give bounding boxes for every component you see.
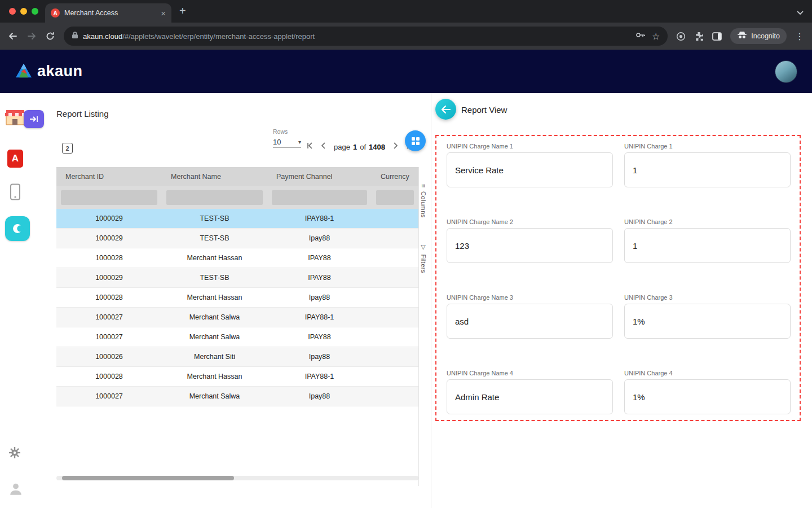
- table-row[interactable]: 1000027 Merchant Salwa IPAY88-1: [56, 308, 418, 327]
- new-tab-button[interactable]: +: [179, 5, 186, 16]
- sidebar-item-storefront[interactable]: [3, 107, 46, 136]
- filter-input-currency[interactable]: [376, 190, 414, 205]
- sidebar-item-mobile[interactable]: [10, 183, 21, 203]
- field-input[interactable]: Admin Rate: [447, 379, 613, 414]
- grid-view-button[interactable]: [405, 130, 426, 151]
- field-value: Admin Rate: [455, 392, 499, 402]
- table-row[interactable]: 1000028 Merchant Hassan Ipay88: [56, 288, 418, 308]
- page-indicator: page 1 of 1408: [334, 143, 385, 151]
- filter-funnel-icon: ▽: [420, 243, 427, 251]
- brand-logo[interactable]: akaun: [15, 63, 83, 81]
- cell-merchant-id: 1000026: [56, 353, 162, 361]
- back-to-listing-button[interactable]: [435, 99, 456, 120]
- field-input[interactable]: 1: [624, 152, 791, 187]
- gear-icon: [8, 446, 21, 459]
- page-total: 1408: [369, 143, 385, 151]
- column-header-payment-channel[interactable]: Payment Channel: [267, 173, 372, 181]
- forward-icon[interactable]: [27, 31, 37, 41]
- rows-per-page-select[interactable]: Rows 10 ▾: [273, 128, 301, 148]
- tab-columns[interactable]: ≡Columns: [420, 184, 427, 218]
- cell-merchant-id: 1000028: [56, 373, 162, 380]
- filter-input-merchant-id[interactable]: [61, 190, 157, 205]
- first-page-icon[interactable]: [306, 142, 314, 152]
- field-label: UNIPIN Charge 2: [624, 218, 791, 225]
- filter-2-icon[interactable]: 2: [62, 143, 73, 154]
- scrollbar-thumb[interactable]: [62, 476, 234, 480]
- browser-tab[interactable]: A Merchant Access ×: [45, 3, 171, 23]
- browser-toolbar: akaun.cloud/#/applets/wavelet/erp/entity…: [0, 23, 812, 50]
- browser-menu-icon[interactable]: ⋮: [795, 31, 804, 42]
- table-row[interactable]: 1000027 Merchant Salwa IPAY88: [56, 327, 418, 347]
- table-filter-row: [56, 186, 418, 209]
- incognito-badge: Incognito: [730, 28, 787, 44]
- user-avatar[interactable]: [775, 60, 797, 83]
- sidebar-item-settings[interactable]: [8, 446, 21, 462]
- columns-icon: ≡: [420, 184, 427, 188]
- field-input[interactable]: Service Rate: [447, 152, 613, 187]
- table-row[interactable]: 1000028 Merchant Hassan IPAY88-1: [56, 367, 418, 387]
- column-header-merchant-id[interactable]: Merchant ID: [56, 173, 162, 181]
- field-unipin-charge-3: UNIPIN Charge 3 1%: [624, 294, 791, 339]
- prev-page-icon[interactable]: [320, 142, 328, 152]
- table-row[interactable]: 1000027 Merchant Salwa Ipay88: [56, 387, 418, 406]
- reload-icon[interactable]: [45, 31, 55, 41]
- cell-merchant-name: TEST-SB: [162, 234, 267, 242]
- table-row[interactable]: 1000029 TEST-SB IPAY88-1: [56, 209, 418, 229]
- tab-title: Merchant Access: [64, 9, 156, 17]
- tab-filters[interactable]: ▽Filters: [420, 243, 427, 273]
- cell-payment-channel: Ipay88: [267, 234, 372, 242]
- chevron-down-icon: ▾: [298, 139, 301, 145]
- cell-merchant-name: Merchant Siti: [162, 353, 267, 361]
- cell-merchant-id: 1000027: [56, 333, 162, 341]
- window-close-button[interactable]: [9, 8, 16, 15]
- window-zoom-button[interactable]: [32, 8, 38, 15]
- cell-merchant-id: 1000027: [56, 392, 162, 400]
- field-value: 1%: [633, 392, 645, 402]
- main-content: A Report Listing 2 Rows 10 ▾: [0, 93, 812, 508]
- field-label: UNIPIN Charge 4: [624, 370, 791, 376]
- filter-2-count: 2: [65, 145, 69, 152]
- record-target-icon[interactable]: [676, 32, 686, 41]
- app-header: akaun: [0, 50, 812, 93]
- table-row[interactable]: 1000029 TEST-SB IPAY88: [56, 268, 418, 288]
- cell-merchant-name: TEST-SB: [162, 214, 267, 222]
- sidebar-item-pdf[interactable]: A: [7, 150, 23, 168]
- address-bar[interactable]: akaun.cloud/#/applets/wavelet/erp/entity…: [64, 27, 668, 46]
- tab-close-icon[interactable]: ×: [161, 9, 166, 17]
- extensions-puzzle-icon[interactable]: [694, 32, 704, 41]
- filter-input-merchant-name[interactable]: [166, 190, 263, 205]
- cell-merchant-name: Merchant Hassan: [162, 373, 267, 380]
- page-of-label: of: [360, 143, 366, 151]
- cell-payment-channel: IPAY88-1: [267, 214, 372, 222]
- field-input[interactable]: 1: [624, 228, 791, 263]
- field-label: UNIPIN Charge Name 3: [447, 294, 613, 301]
- bookmark-star-icon[interactable]: ☆: [652, 31, 660, 42]
- cell-merchant-name: Merchant Salwa: [162, 392, 267, 400]
- sidebar-item-profile[interactable]: [8, 481, 23, 498]
- horizontal-scrollbar[interactable]: [56, 476, 418, 480]
- field-input[interactable]: 1%: [624, 304, 791, 339]
- next-page-icon[interactable]: [391, 142, 399, 152]
- lock-icon: [72, 31, 78, 41]
- side-panel-icon[interactable]: [712, 32, 722, 41]
- table-row[interactable]: 1000026 Merchant Siti Ipay88: [56, 347, 418, 367]
- filter-input-payment-channel[interactable]: [272, 190, 367, 205]
- field-input[interactable]: 123: [447, 228, 613, 263]
- person-icon: [8, 481, 23, 496]
- column-header-currency[interactable]: Currency: [372, 173, 418, 181]
- field-unipin-charge-name-2: UNIPIN Charge Name 2 123: [447, 218, 613, 263]
- field-value: asd: [455, 317, 469, 326]
- field-input[interactable]: asd: [447, 304, 613, 339]
- window-minimize-button[interactable]: [20, 8, 27, 15]
- tab-search-chevron-icon[interactable]: [796, 8, 804, 18]
- column-header-merchant-name[interactable]: Merchant Name: [162, 173, 267, 181]
- report-table: Merchant ID Merchant Name Payment Channe…: [56, 167, 418, 406]
- table-row[interactable]: 1000029 TEST-SB Ipay88: [56, 229, 418, 248]
- field-input[interactable]: 1%: [624, 379, 791, 414]
- field-label: UNIPIN Charge 1: [624, 143, 791, 150]
- password-key-icon[interactable]: [636, 30, 645, 42]
- back-icon[interactable]: [8, 31, 18, 41]
- cell-merchant-id: 1000027: [56, 313, 162, 321]
- table-row[interactable]: 1000028 Merchant Hassan IPAY88: [56, 248, 418, 268]
- sidebar-item-active-applet[interactable]: [5, 216, 30, 241]
